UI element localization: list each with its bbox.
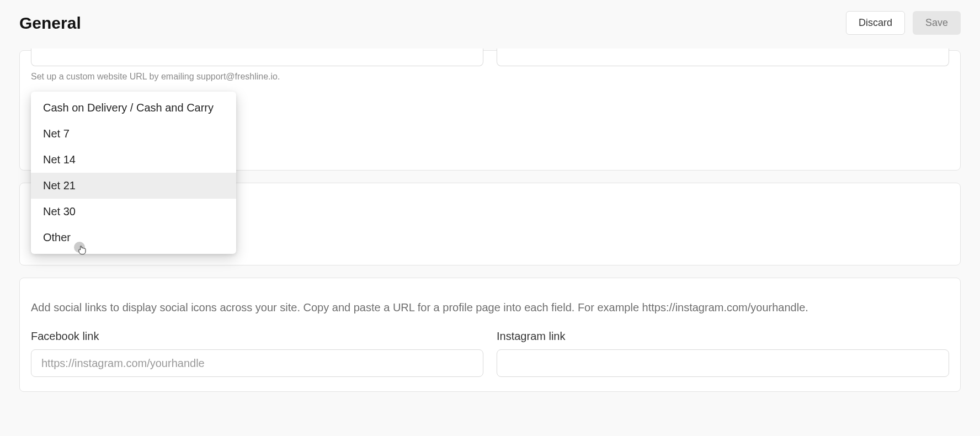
save-button[interactable]: Save [913,11,961,35]
secondary-input[interactable] [497,49,949,66]
dropdown-option-net7[interactable]: Net 7 [31,121,236,147]
top-input-row: Set up a custom website URL by emailing … [31,49,949,82]
dropdown-option-cash[interactable]: Cash on Delivery / Cash and Carry [31,95,236,121]
payment-terms-dropdown: Cash on Delivery / Cash and Carry Net 7 … [31,92,236,254]
socials-description: Add social links to display social icons… [31,299,949,316]
page-header: General Discard Save [0,0,980,50]
header-actions: Discard Save [846,11,961,35]
instagram-link-input[interactable] [497,349,949,377]
website-url-input[interactable] [31,49,483,66]
facebook-link-input[interactable] [31,349,483,377]
discard-button[interactable]: Discard [846,11,905,35]
website-url-help-text: Set up a custom website URL by emailing … [31,72,483,82]
dropdown-option-other[interactable]: Other [31,225,236,251]
dropdown-option-net21[interactable]: Net 21 [31,173,236,199]
dropdown-option-net30[interactable]: Net 30 [31,199,236,225]
dropdown-option-net14[interactable]: Net 14 [31,147,236,173]
card-socials: Add social links to display social icons… [19,278,961,392]
page-title: General [19,14,81,33]
instagram-link-label: Instagram link [497,330,949,343]
facebook-link-label: Facebook link [31,330,483,343]
